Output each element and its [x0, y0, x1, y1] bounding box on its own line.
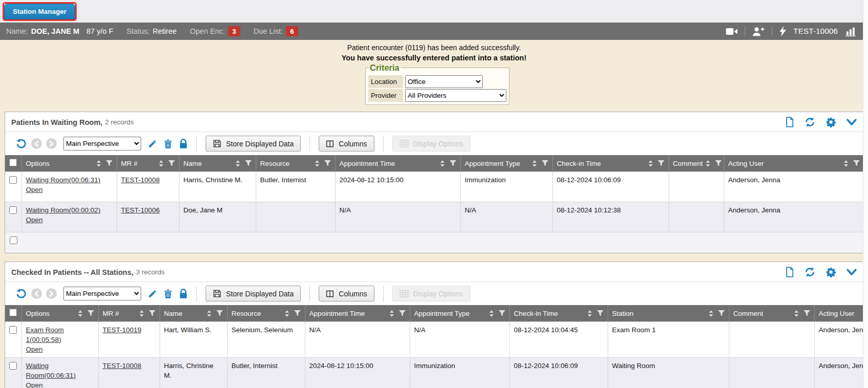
row-checkbox[interactable] — [9, 326, 17, 334]
column-header-acting-user[interactable]: Acting User — [814, 305, 863, 322]
filter-icon[interactable] — [715, 160, 722, 166]
station-timer-link[interactable]: Waiting Room(00:06:31) — [26, 361, 94, 380]
column-header-options[interactable]: Options — [21, 155, 117, 172]
collapse-chevron-icon[interactable] — [847, 119, 857, 126]
perspective-select[interactable]: Main Perspective — [63, 287, 141, 300]
new-document-icon[interactable] — [785, 267, 794, 277]
filter-icon[interactable] — [87, 310, 94, 316]
sort-icon[interactable] — [387, 310, 394, 317]
select-all-checkbox[interactable] — [9, 309, 17, 316]
filter-icon[interactable] — [106, 160, 113, 166]
delete-perspective-icon[interactable] — [164, 289, 172, 299]
footer-checkbox[interactable] — [10, 236, 17, 244]
refresh-icon[interactable] — [805, 117, 815, 127]
sort-icon[interactable] — [841, 160, 848, 167]
sort-icon[interactable] — [791, 310, 798, 317]
location-select[interactable]: Office — [405, 75, 483, 88]
edit-perspective-icon[interactable] — [148, 139, 157, 148]
column-header-appointment-type[interactable]: Appointment Type — [460, 155, 552, 172]
edit-perspective-icon[interactable] — [148, 289, 157, 298]
sort-icon[interactable] — [94, 160, 101, 167]
refresh-icon[interactable] — [805, 267, 815, 277]
column-header-mr[interactable]: MR # — [98, 305, 160, 322]
undo-icon[interactable] — [15, 138, 27, 149]
sort-icon[interactable] — [437, 160, 444, 167]
bar-chart-icon[interactable] — [845, 27, 857, 36]
sort-icon[interactable] — [585, 310, 592, 317]
column-header-name[interactable]: Name — [179, 155, 256, 172]
column-header-comment[interactable]: Comment — [729, 305, 814, 322]
sort-icon[interactable] — [156, 160, 163, 167]
mr-number-link[interactable]: TEST-10006 — [121, 205, 160, 215]
sort-icon[interactable] — [75, 310, 82, 317]
column-header-appointment-time[interactable]: Appointment Time — [335, 155, 460, 172]
sort-icon[interactable] — [529, 160, 537, 167]
filter-icon[interactable] — [245, 160, 252, 166]
column-header-checkin-time[interactable]: Check-in Time — [552, 155, 669, 172]
lightning-icon[interactable] — [780, 26, 786, 36]
row-checkbox[interactable] — [9, 362, 17, 370]
sort-icon[interactable] — [137, 310, 144, 317]
column-header-comment[interactable]: Comment — [669, 155, 724, 172]
person-add-icon[interactable] — [752, 27, 765, 36]
undo-icon[interactable] — [15, 288, 27, 299]
filter-icon[interactable] — [499, 310, 505, 316]
due-list-badge[interactable]: 6 — [286, 26, 298, 36]
store-displayed-data-button[interactable]: Store Displayed Data — [206, 286, 301, 301]
station-manager-tab[interactable]: Station Manager — [4, 4, 75, 19]
store-displayed-data-button[interactable]: Store Displayed Data — [206, 136, 301, 152]
filter-icon[interactable] — [399, 310, 406, 316]
open-enc-badge[interactable]: 3 — [228, 26, 240, 36]
provider-select[interactable]: All Providers — [405, 89, 506, 102]
column-header-appointment-type[interactable]: Appointment Type — [410, 305, 509, 322]
filter-icon[interactable] — [324, 160, 331, 166]
next-perspective-button[interactable] — [46, 138, 57, 149]
column-header-appointment-time[interactable]: Appointment Time — [305, 305, 410, 322]
mr-number-link[interactable]: TEST-10019 — [103, 325, 142, 335]
column-header-acting-user[interactable]: Acting User — [724, 155, 863, 172]
perspective-select[interactable]: Main Perspective — [63, 137, 141, 150]
sort-icon[interactable] — [204, 310, 211, 317]
sort-icon[interactable] — [646, 160, 653, 167]
lock-perspective-icon[interactable] — [179, 289, 188, 299]
gear-icon[interactable] — [826, 267, 836, 277]
row-checkbox[interactable] — [9, 206, 17, 214]
row-checkbox[interactable] — [9, 176, 17, 184]
new-document-icon[interactable] — [785, 117, 794, 127]
station-timer-link[interactable]: Waiting Room(00:06:31) — [26, 175, 101, 185]
vertical-scrollbar[interactable] — [863, 0, 868, 388]
open-link[interactable]: Open — [26, 185, 43, 195]
open-link[interactable]: Open — [26, 215, 43, 225]
mr-number-link[interactable]: TEST-10008 — [103, 361, 142, 371]
column-header-name[interactable]: Name — [160, 305, 227, 322]
sort-icon[interactable] — [706, 310, 713, 317]
sort-icon[interactable] — [233, 160, 240, 167]
select-all-checkbox[interactable] — [9, 159, 17, 166]
filter-icon[interactable] — [718, 310, 725, 316]
filter-icon[interactable] — [294, 310, 301, 316]
delete-perspective-icon[interactable] — [164, 139, 172, 149]
open-link[interactable]: Open — [26, 344, 43, 354]
station-timer-link[interactable]: Waiting Room(00:00:02) — [26, 205, 101, 215]
prev-perspective-button[interactable] — [31, 138, 42, 149]
mr-number-link[interactable]: TEST-10008 — [121, 175, 160, 185]
filter-icon[interactable] — [597, 310, 604, 316]
column-header-station[interactable]: Station — [608, 305, 729, 322]
video-camera-icon[interactable] — [726, 28, 738, 35]
column-header-resource[interactable]: Resource — [227, 305, 305, 322]
column-header-options[interactable]: Options — [21, 305, 98, 322]
columns-button[interactable]: Columns — [319, 286, 374, 301]
filter-icon[interactable] — [542, 160, 548, 166]
lock-perspective-icon[interactable] — [179, 139, 188, 149]
sort-icon[interactable] — [703, 160, 710, 167]
gear-icon[interactable] — [826, 117, 836, 127]
columns-button[interactable]: Columns — [319, 136, 374, 152]
filter-icon[interactable] — [853, 160, 860, 166]
station-timer-link[interactable]: Exam Room 1(00:05:58) — [26, 325, 94, 344]
sort-icon[interactable] — [312, 160, 319, 167]
filter-icon[interactable] — [450, 160, 456, 166]
filter-icon[interactable] — [216, 310, 223, 316]
next-perspective-button[interactable] — [46, 288, 57, 299]
filter-icon[interactable] — [168, 160, 175, 166]
column-header-resource[interactable]: Resource — [256, 155, 335, 172]
